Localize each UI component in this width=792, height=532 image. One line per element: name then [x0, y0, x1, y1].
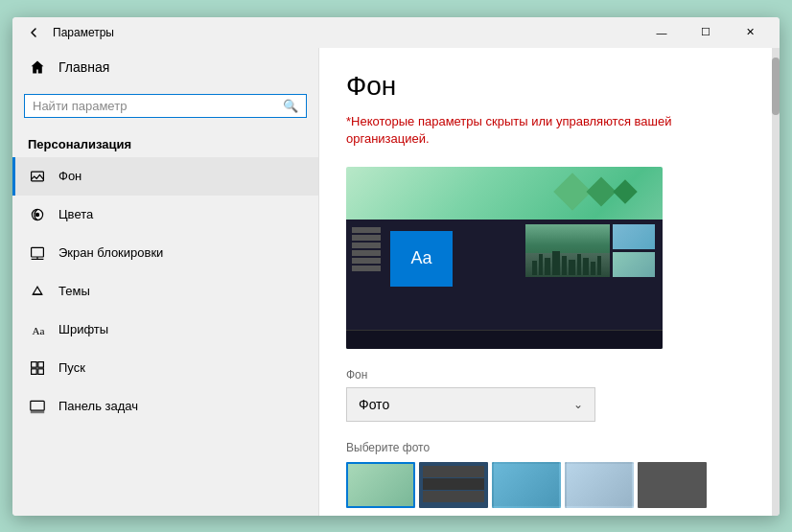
- cveta-icon: [28, 205, 47, 224]
- sidebar-item-start[interactable]: Пуск: [12, 349, 318, 387]
- dropdown-value: Фото: [359, 397, 389, 412]
- bg-dropdown[interactable]: Фото ⌄: [346, 387, 595, 422]
- taskbar-preview: [346, 330, 663, 349]
- main-panel: Фон *Некоторые параметры скрыты или упра…: [319, 48, 780, 516]
- search-icon: 🔍: [283, 99, 298, 113]
- section-title: Персонализация: [12, 126, 318, 157]
- svg-rect-8: [32, 361, 37, 367]
- sidebar-item-fon[interactable]: Фон: [12, 157, 318, 196]
- lock-label: Экран блокировки: [58, 245, 163, 260]
- start-label: Пуск: [58, 360, 85, 375]
- bg-label: Фон: [346, 368, 753, 382]
- sidebar-home[interactable]: Главная: [12, 48, 318, 86]
- start-icon: [28, 359, 47, 378]
- back-button[interactable]: [20, 19, 47, 46]
- aa-tile: Аа: [390, 231, 453, 287]
- svg-rect-20: [577, 254, 581, 275]
- svg-rect-21: [583, 258, 589, 275]
- settings-window: Параметры — ☐ ✕ Главная 🔍: [12, 17, 780, 516]
- svg-rect-11: [38, 368, 44, 374]
- taskbar-label: Панель задач: [58, 399, 138, 413]
- org-notice: *Некоторые параметры скрыты или управляю…: [346, 113, 753, 148]
- svg-rect-9: [38, 361, 44, 367]
- small-tiles: [613, 224, 655, 277]
- thumb-4[interactable]: [565, 462, 634, 508]
- svg-rect-13: [31, 410, 44, 413]
- svg-rect-12: [31, 401, 44, 410]
- fon-icon: [28, 167, 47, 186]
- thumb-5[interactable]: [638, 462, 707, 508]
- sidebar-item-lock[interactable]: Экран блокировки: [12, 234, 318, 272]
- svg-point-2: [35, 213, 38, 216]
- svg-rect-10: [32, 368, 37, 374]
- photo-select-label: Выберите фото: [346, 441, 753, 454]
- svg-rect-17: [552, 251, 560, 275]
- svg-rect-14: [532, 261, 537, 275]
- diamond-shapes: [559, 178, 634, 205]
- fonts-icon: Aa: [28, 320, 47, 339]
- svg-rect-3: [32, 247, 44, 257]
- thumb-sky: [613, 224, 655, 249]
- svg-rect-15: [539, 254, 543, 275]
- thumb-green: [613, 252, 655, 277]
- city-photo-large: [525, 224, 610, 277]
- themes-label: Темы: [58, 284, 90, 298]
- diamond-3: [613, 179, 637, 203]
- thumb-2[interactable]: [419, 462, 488, 508]
- sidebar-item-taskbar[interactable]: Панель задач: [12, 387, 318, 426]
- svg-rect-19: [569, 260, 575, 275]
- themes-icon: [28, 282, 47, 301]
- minimize-button[interactable]: —: [640, 17, 684, 48]
- titlebar: Параметры — ☐ ✕: [12, 17, 780, 48]
- sidebar: Главная 🔍 Персонализация Фон: [12, 48, 319, 516]
- maximize-button[interactable]: ☐: [684, 17, 728, 48]
- preview-image: Аа: [346, 167, 663, 349]
- desktop-area: Аа: [346, 220, 663, 349]
- lock-screen-icon: [28, 243, 47, 263]
- thumb-1[interactable]: [346, 462, 415, 508]
- page-title: Фон: [346, 71, 753, 102]
- window-title: Параметры: [53, 26, 640, 39]
- svg-rect-22: [591, 262, 595, 275]
- sidebar-item-cveta[interactable]: Цвета: [12, 196, 318, 234]
- svg-text:Aa: Aa: [32, 324, 44, 335]
- scrollbar-thumb[interactable]: [772, 58, 780, 115]
- photo-tiles: [525, 224, 655, 277]
- sidebar-item-fonts[interactable]: Aa Шрифты: [12, 311, 318, 349]
- close-button[interactable]: ✕: [728, 17, 772, 48]
- search-box[interactable]: 🔍: [24, 94, 307, 118]
- fon-label: Фон: [58, 169, 82, 183]
- svg-rect-18: [562, 256, 567, 275]
- scrollbar[interactable]: [772, 48, 780, 516]
- search-input[interactable]: [33, 99, 277, 113]
- sidebar-item-themes[interactable]: Темы: [12, 272, 318, 311]
- thumb-3[interactable]: [492, 462, 561, 508]
- fonts-label: Шрифты: [58, 322, 108, 336]
- window-controls: — ☐ ✕: [640, 17, 772, 48]
- svg-rect-23: [597, 256, 601, 275]
- svg-rect-16: [545, 258, 550, 275]
- photo-thumbnails: [346, 462, 753, 508]
- tile-strips: [352, 227, 381, 271]
- diamond-2: [586, 176, 616, 206]
- main-content: Главная 🔍 Персонализация Фон: [12, 48, 780, 516]
- cveta-label: Цвета: [58, 207, 93, 221]
- taskbar-icon: [28, 397, 47, 416]
- chevron-down-icon: ⌄: [573, 398, 583, 411]
- home-label: Главная: [58, 59, 109, 75]
- home-icon: [28, 58, 47, 77]
